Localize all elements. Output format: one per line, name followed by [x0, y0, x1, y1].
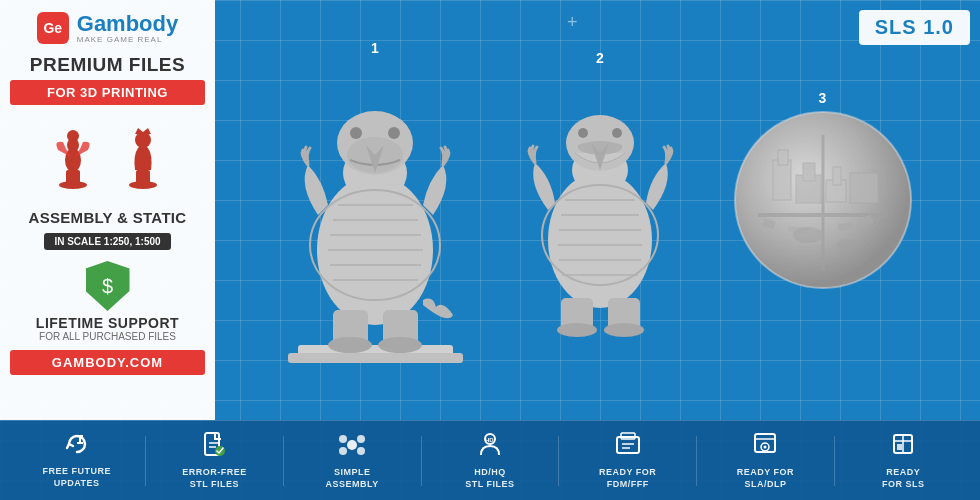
- svg-text:HD: HD: [485, 437, 494, 443]
- sls-label: READYFOR SLS: [882, 467, 925, 490]
- feature-sls: READYFOR SLS: [858, 431, 948, 490]
- svg-point-56: [793, 227, 823, 243]
- future-updates-icon: [63, 432, 91, 462]
- feature-sla: READY FORSLA/DLP: [720, 431, 810, 490]
- assembly-static-label: ASSEMBLY & STATIC: [29, 209, 187, 226]
- simple-assembly-icon: [338, 431, 366, 463]
- hd-files-label: HD/HQSTL FILES: [465, 467, 514, 490]
- svg-point-80: [764, 445, 767, 448]
- stl-files-icon: [202, 431, 226, 463]
- model-1: 1: [278, 55, 473, 365]
- models-container: 1: [238, 0, 958, 420]
- godzilla-model-1: [278, 55, 473, 365]
- model-number-3: 3: [819, 90, 827, 106]
- logo-text: Gambody MAKE GAME REAL: [77, 13, 178, 44]
- svg-point-4: [67, 130, 79, 142]
- page-container: Ge Gambody MAKE GAME REAL PREMIUM FILES …: [0, 0, 980, 500]
- svg-point-68: [357, 435, 365, 443]
- svg-point-24: [350, 127, 362, 139]
- content-area: SLS 1.0 + 1: [215, 0, 980, 420]
- for-purchased-label: FOR ALL PURCHASED FILES: [39, 331, 176, 342]
- model-3: 3: [728, 105, 918, 295]
- sls-icon: [890, 431, 916, 463]
- feature-simple-assembly: SIMPLEASSEMBLY: [307, 431, 397, 490]
- model-2: 2: [513, 65, 688, 355]
- svg-rect-60: [77, 435, 83, 437]
- svg-rect-50: [833, 167, 841, 185]
- figurine-2: [118, 120, 168, 190]
- divider-2: [283, 436, 284, 486]
- svg-rect-1: [66, 170, 80, 184]
- godzilla-model-2: [513, 65, 688, 355]
- divider-3: [421, 436, 422, 486]
- model-number-2: 2: [596, 50, 604, 66]
- logo-icon: Ge: [37, 12, 69, 44]
- sla-icon: [752, 431, 778, 463]
- svg-rect-46: [778, 150, 788, 165]
- svg-point-19: [328, 337, 372, 353]
- svg-point-69: [339, 447, 347, 455]
- fdm-label: READY FORFDM/FFF: [599, 467, 656, 490]
- svg-point-40: [578, 128, 588, 138]
- svg-point-67: [339, 435, 347, 443]
- logo-area: Ge Gambody MAKE GAME REAL: [37, 12, 178, 44]
- svg-point-36: [557, 323, 597, 337]
- support-section: $ LIFETIME SUPPORT FOR ALL PURCHASED FIL…: [10, 261, 205, 342]
- figurines-preview: [43, 115, 173, 195]
- feature-future-updates: FREE FUTUREUPDATES: [32, 432, 122, 489]
- svg-rect-61: [77, 442, 83, 444]
- model-number-1: 1: [371, 40, 379, 56]
- svg-point-70: [357, 447, 365, 455]
- for-3d-printing-badge: FOR 3D PRINTING: [10, 80, 205, 105]
- svg-rect-9: [288, 353, 463, 363]
- main-area: Ge Gambody MAKE GAME REAL PREMIUM FILES …: [0, 0, 980, 420]
- divider-5: [696, 436, 697, 486]
- stl-files-label: ERROR-FREESTL FILES: [182, 467, 247, 490]
- svg-rect-6: [136, 170, 150, 184]
- future-updates-label: FREE FUTUREUPDATES: [42, 466, 111, 489]
- simple-assembly-label: SIMPLEASSEMBLY: [326, 467, 379, 490]
- figurine-1: [48, 120, 98, 190]
- hd-files-icon: HD: [477, 431, 503, 463]
- svg-point-7: [135, 132, 151, 148]
- svg-rect-48: [803, 163, 815, 181]
- divider-4: [558, 436, 559, 486]
- gambody-url[interactable]: GAMBODY.COM: [10, 350, 205, 375]
- scale-badge: IN SCALE 1:250, 1:500: [44, 233, 170, 250]
- svg-point-37: [604, 323, 644, 337]
- svg-rect-84: [897, 444, 902, 450]
- shield-icon: $: [86, 261, 130, 311]
- svg-point-66: [347, 440, 357, 450]
- feature-stl-files: ERROR-FREESTL FILES: [169, 431, 259, 490]
- svg-point-41: [612, 128, 622, 138]
- feature-hd-files: HD HD/HQSTL FILES: [445, 431, 535, 490]
- tagline: MAKE GAME REAL: [77, 35, 178, 44]
- svg-point-20: [378, 337, 422, 353]
- lifetime-support-label: LIFETIME SUPPORT: [36, 315, 179, 331]
- premium-files-label: PREMIUM FILES: [30, 54, 185, 76]
- feature-fdm: READY FORFDM/FFF: [583, 431, 673, 490]
- sidebar: Ge Gambody MAKE GAME REAL PREMIUM FILES …: [0, 0, 215, 420]
- sls-badge: SLS 1.0: [859, 10, 970, 45]
- brand-name: Gambody: [77, 13, 178, 35]
- sla-label: READY FORSLA/DLP: [737, 467, 794, 490]
- round-disc-model: [728, 105, 918, 295]
- svg-rect-51: [850, 173, 878, 203]
- divider-1: [145, 436, 146, 486]
- bottom-bar: FREE FUTUREUPDATES ERROR-FREESTL FILES: [0, 420, 980, 500]
- fdm-icon: [615, 431, 641, 463]
- svg-rect-45: [773, 160, 791, 200]
- svg-point-57: [836, 239, 860, 251]
- svg-point-25: [388, 127, 400, 139]
- divider-6: [834, 436, 835, 486]
